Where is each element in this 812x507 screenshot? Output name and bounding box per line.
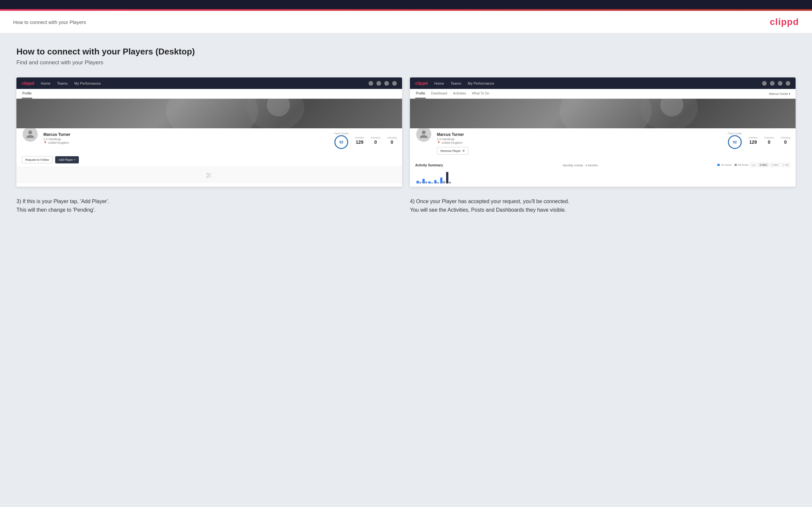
page-subheading: Find and connect with your Players	[16, 59, 796, 66]
descriptions-row: 3) If this is your Player tap, 'Add Play…	[16, 197, 796, 214]
globe-icon-left[interactable]	[392, 81, 397, 86]
time-btn-6mths[interactable]: 6 mths	[758, 163, 768, 167]
tab-profile-right[interactable]: Profile	[415, 89, 426, 99]
bar-on-6	[446, 172, 448, 183]
profile-info-left: Marcus Turner 1-5 Handicap 📍 United King…	[43, 132, 329, 145]
screenshots-row: clippd Home Teams My Performance Profile	[16, 77, 796, 187]
chevron-down-icon: ▾	[789, 92, 790, 96]
svg-line-7	[208, 174, 209, 175]
bar-off-1	[419, 182, 421, 183]
bar-off-4	[437, 182, 439, 183]
tab-dashboard-right[interactable]: Dashboard	[430, 89, 448, 99]
time-btn-1mth[interactable]: 1 mth	[781, 163, 790, 167]
remove-player-button[interactable]: Remove Player ✕	[437, 147, 468, 155]
player-handicap-right: 1-5 Handicap	[437, 137, 723, 141]
time-btn-3mths[interactable]: 3 mths	[770, 163, 780, 167]
activity-header: Activity Summary Monthly Activity · 6 Mo…	[415, 162, 790, 168]
on-course-dot	[717, 164, 720, 166]
activity-summary: Activity Summary Monthly Activity · 6 Mo…	[410, 159, 796, 187]
activities-value-left: 129	[356, 139, 363, 145]
mock-nav-teams-left[interactable]: Teams	[57, 81, 68, 85]
bar-group-2	[422, 179, 427, 183]
bar-group-6	[446, 172, 451, 183]
user-icon-right[interactable]	[770, 81, 774, 86]
mock-nav-home-left[interactable]: Home	[41, 81, 50, 85]
svg-line-6	[210, 176, 211, 177]
tabs-user-right[interactable]: Marcus Turner ▾	[769, 89, 790, 99]
svg-point-8	[560, 99, 652, 128]
location-icon-right: 📍	[437, 141, 441, 145]
request-follow-button[interactable]: Request to Follow	[22, 156, 53, 163]
tab-profile-left[interactable]: Profile	[22, 89, 32, 99]
following-value-left: 0	[391, 139, 393, 145]
quality-value-left: 92	[339, 140, 343, 144]
mock-hero-left	[16, 99, 402, 128]
location-icon-left: 📍	[43, 141, 47, 145]
off-course-label: Off course	[738, 164, 749, 166]
top-bar	[0, 0, 812, 9]
mock-logo-right: clippd	[415, 81, 428, 86]
search-icon-left[interactable]	[368, 81, 373, 86]
followers-label-left: Followers	[370, 136, 380, 139]
remove-player-label: Remove Player	[441, 149, 461, 153]
player-name-left: Marcus Turner	[43, 132, 329, 137]
mock-navbar-right: clippd Home Teams My Performance	[410, 77, 796, 89]
quality-label-right: Player Quality	[727, 132, 742, 134]
quality-circle-left: 92	[335, 135, 348, 149]
bar-group-5	[440, 177, 445, 183]
add-player-button[interactable]: Add Player +	[55, 156, 79, 163]
player-country-right: 📍 United Kingdom	[437, 141, 723, 145]
globe-icon-right[interactable]	[786, 81, 790, 86]
activity-period: Monthly Activity · 6 Months	[563, 164, 598, 167]
mock-nav-teams-right[interactable]: Teams	[451, 81, 461, 85]
activity-chart	[415, 170, 790, 183]
quality-stat-left: Player Quality 92	[334, 132, 349, 149]
tab-activities-right[interactable]: Activities	[452, 89, 466, 99]
following-stat-right: Following 0	[780, 136, 790, 145]
mock-profile-right: Marcus Turner 1-5 Handicap 📍 United King…	[410, 128, 796, 159]
activities-stat-right: Activities 129	[749, 136, 758, 145]
activity-controls: On course Off course 1 yr 6 mths 3 mths …	[717, 163, 790, 167]
add-player-label: Add Player	[58, 158, 73, 161]
player-name-right: Marcus Turner	[437, 132, 723, 137]
user-icon-left[interactable]	[376, 81, 381, 86]
mock-nav-performance-left[interactable]: My Performance	[74, 81, 101, 85]
bar-group-4	[434, 180, 439, 183]
player-country-left: 📍 United Kingdom	[43, 141, 329, 145]
quality-label-left: Player Quality	[334, 132, 349, 134]
settings-icon-left[interactable]	[384, 81, 389, 86]
page-heading: How to connect with your Players (Deskto…	[16, 47, 796, 57]
tab-whattoon-right[interactable]: What To On	[471, 89, 490, 99]
mock-navbar-left: clippd Home Teams My Performance	[16, 77, 402, 89]
player-handicap-left: 1-5 Handicap	[43, 137, 329, 141]
activities-stat-left: Activities 129	[355, 136, 364, 145]
time-btn-1yr[interactable]: 1 yr	[750, 163, 757, 167]
bar-on-5	[440, 177, 443, 183]
mock-stats-left: Player Quality 92 Activities 129 Followe…	[334, 132, 397, 149]
following-stat-left: Following 0	[387, 136, 397, 145]
activity-center: Monthly Activity · 6 Months	[563, 162, 598, 168]
quality-stat-right: Player Quality 92	[727, 132, 742, 149]
bar-on-4	[434, 180, 437, 183]
activities-label-right: Activities	[749, 136, 758, 139]
mock-nav-performance-right[interactable]: My Performance	[468, 81, 494, 85]
bar-group-3	[428, 181, 433, 183]
settings-icon-right[interactable]	[778, 81, 782, 86]
plus-icon: +	[74, 158, 75, 161]
svg-point-3	[207, 173, 209, 174]
quality-value-right: 92	[733, 140, 737, 144]
following-value-right: 0	[784, 139, 787, 145]
quality-circle-right: 92	[728, 135, 742, 149]
activity-title: Activity Summary	[415, 163, 443, 167]
mock-hero-right	[410, 99, 796, 128]
mock-tabs-left: Profile	[16, 89, 402, 99]
bar-off-2	[425, 181, 427, 183]
bar-group-1	[416, 181, 421, 183]
search-icon-right[interactable]	[762, 81, 767, 86]
profile-info-right: Marcus Turner 1-5 Handicap 📍 United King…	[437, 132, 723, 155]
bar-on-2	[422, 179, 425, 183]
activities-value-right: 129	[749, 139, 757, 145]
followers-stat-right: Followers 0	[764, 136, 774, 145]
bar-off-5	[443, 181, 445, 183]
mock-nav-home-right[interactable]: Home	[434, 81, 444, 85]
